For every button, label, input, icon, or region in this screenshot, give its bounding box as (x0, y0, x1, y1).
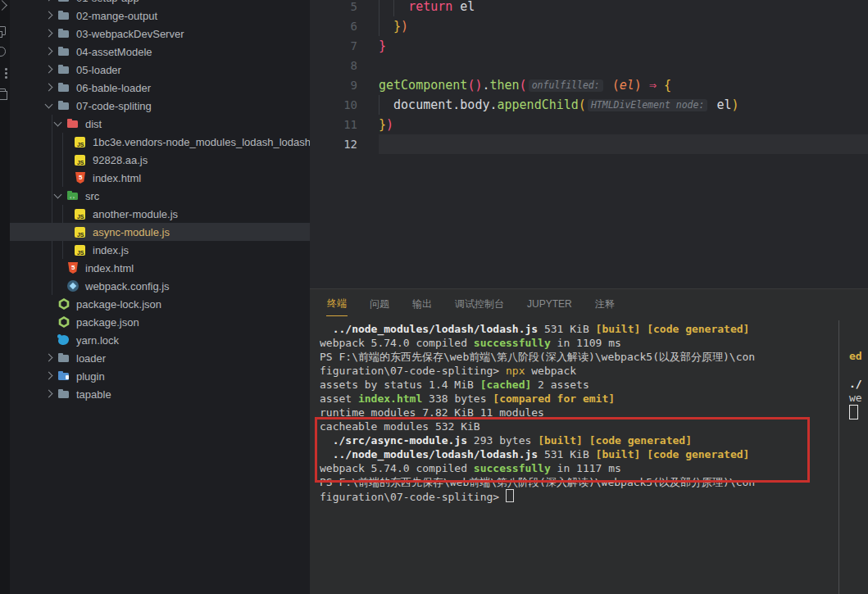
chevron-right-icon[interactable] (43, 63, 57, 76)
line-number[interactable]: 10 (310, 95, 357, 115)
code-line[interactable]: document.body.appendChild(HTMLDivElement… (379, 95, 738, 115)
chevron-right-icon[interactable] (43, 27, 57, 40)
terminal-text: successfully (474, 337, 551, 349)
tree-item-loader[interactable]: loader (10, 349, 310, 367)
tree-item-package-json[interactable]: package.json (10, 313, 310, 331)
code-line[interactable]: } (379, 36, 386, 56)
chevron-down-icon[interactable] (43, 99, 57, 112)
inlay-hint: HTMLDivElement node: (588, 99, 707, 111)
folder-dist-icon (66, 117, 80, 130)
js-file-icon (74, 135, 88, 148)
line-number[interactable]: 9 (310, 75, 357, 95)
chevron-spacer (59, 225, 74, 238)
chevron-down-icon[interactable] (52, 189, 66, 202)
chevron-right-icon[interactable] (43, 9, 57, 22)
terminal-cursor (506, 489, 514, 502)
code-token: ⇒ (649, 78, 657, 93)
code-editor[interactable]: 56789101112 return el })}getComponent().… (310, 0, 868, 288)
npm-file-icon (57, 297, 71, 311)
tree-item-label: 06-bable-loader (76, 82, 151, 94)
tree-item-03-webpackdevserver[interactable]: 03-webpackDevServer (10, 25, 310, 43)
line-number[interactable]: 8 (310, 56, 357, 75)
tree-item-package-lock-json[interactable]: package-lock.json (10, 295, 310, 313)
tree-item-07-code-spliting[interactable]: 07-code-spliting (10, 97, 310, 115)
code-line[interactable]: }) (379, 16, 408, 36)
folder-icon (57, 0, 71, 4)
chevron-spacer (52, 279, 66, 292)
folder-icon (57, 351, 71, 365)
tree-item-index-html[interactable]: index.html (10, 259, 310, 277)
chevron-right-icon[interactable] (43, 81, 57, 94)
tree-item-label: package-lock.json (76, 298, 161, 311)
tree-item-04-assetmodele[interactable]: 04-assetModele (10, 43, 310, 61)
tree-item-92828-aa-js[interactable]: 92828.aa.js (10, 151, 310, 169)
tree-item-src[interactable]: ‹›src (10, 187, 310, 205)
chevron-spacer (43, 333, 57, 347)
folder-plugin-icon (57, 370, 71, 383)
panel-tab-jupyter[interactable]: JUPYTER (526, 295, 573, 315)
chevron-right-icon[interactable] (43, 45, 57, 58)
panel-tab-[interactable]: 终端 (326, 293, 348, 316)
code-token: () (467, 78, 482, 93)
chevron-right-icon[interactable] (43, 351, 57, 365)
line-number[interactable]: 5 (310, 0, 357, 16)
line-number[interactable]: 12 (310, 134, 357, 154)
terminal-line: runtime modules 7.82 KiB 11 modules (320, 406, 838, 419)
terminal-line: webpack 5.74.0 compiled successfully in … (320, 336, 838, 350)
chevron-down-icon[interactable] (52, 117, 66, 130)
terminal-text: 338 bytes (422, 392, 493, 405)
tree-item-async-module-js[interactable]: async-module.js (10, 223, 310, 241)
tree-item-another-module-js[interactable]: another-module.js (10, 205, 310, 223)
panel-tab-[interactable]: 调试控制台 (454, 294, 505, 316)
chevron-right-icon[interactable] (43, 0, 57, 4)
extensions-icon (0, 31, 2, 38)
code-line[interactable]: }) (379, 115, 393, 134)
chevron-right-icon[interactable] (43, 388, 57, 401)
panel-tab-[interactable]: 问题 (369, 294, 390, 316)
tree-item-01-setup-app[interactable]: 01-setup-app (10, 0, 310, 7)
code-token (452, 0, 460, 14)
chevron-right-icon[interactable] (43, 370, 57, 383)
code-token: } (379, 117, 386, 132)
code-line[interactable]: return el (379, 0, 475, 16)
line-number[interactable]: 7 (310, 36, 357, 56)
tree-item-label: 02-mange-output (76, 10, 157, 22)
tree-item-05-loader[interactable]: 05-loader (10, 61, 310, 79)
chevron-spacer (43, 315, 57, 329)
tree-item-index-html[interactable]: index.html (10, 169, 310, 187)
terminal-text: figuration\07-code-spliting> (320, 491, 506, 503)
code-line[interactable]: getComponent().then(onfulfilled: (el) ⇒ … (379, 75, 671, 95)
code-token: ( (520, 78, 527, 93)
chevron-icon[interactable] (0, 0, 7, 11)
tree-item-webpack-config-js[interactable]: webpack.config.js (10, 277, 310, 295)
debug-icon[interactable] (0, 47, 6, 57)
terminal-text: PS F:\前端的东西先保存\web前端\第八阶段(深入解读)\webpack5… (320, 476, 755, 488)
terminal-text: npx (506, 365, 525, 377)
terminal-text: webpack 5.74.0 compiled (320, 462, 474, 474)
terminal-output[interactable]: ../node_modules/lodash/lodash.js 531 KiB… (320, 322, 838, 592)
panel-tab-[interactable]: 注释 (594, 294, 616, 316)
line-number[interactable]: 11 (310, 115, 357, 134)
terminal-text: [built] [code generated] (596, 323, 750, 335)
tree-item-label: 1bc3e.vendors-node_modules_lodash_lodash… (93, 136, 310, 148)
tree-item-dist[interactable]: dist (10, 115, 310, 133)
line-number[interactable]: 6 (310, 16, 357, 36)
panel-tab-[interactable]: 输出 (411, 294, 433, 316)
copy-icon[interactable] (0, 88, 6, 98)
tree-item-label: loader (76, 352, 106, 365)
tree-item-label: yarn.lock (76, 334, 119, 347)
terminal-line: figuration\07-code-spliting> npx webpack (320, 364, 838, 378)
terminal-text: figuration\07-code-spliting> (320, 365, 506, 377)
tree-item-06-bable-loader[interactable]: 06-bable-loader (10, 79, 310, 97)
terminal-text: 2 assets (531, 379, 589, 391)
panel-split-divider[interactable] (838, 320, 839, 594)
tree-item-index-js[interactable]: index.js (10, 241, 310, 259)
tree-item-tapable[interactable]: tapable (10, 385, 310, 403)
tree-item-02-mange-output[interactable]: 02-mange-output (10, 7, 310, 25)
chevron-spacer (59, 207, 74, 220)
terminal-text: cacheable modules 532 KiB (320, 420, 480, 433)
tree-item-yarn-lock[interactable]: yarn.lock (10, 331, 310, 349)
tree-item-label: another-module.js (93, 208, 178, 220)
tree-item-1bc3e-vendors-node-modules-lodash-lodash-j[interactable]: 1bc3e.vendors-node_modules_lodash_lodash… (10, 133, 310, 151)
tree-item-plugin[interactable]: plugin (10, 367, 310, 385)
